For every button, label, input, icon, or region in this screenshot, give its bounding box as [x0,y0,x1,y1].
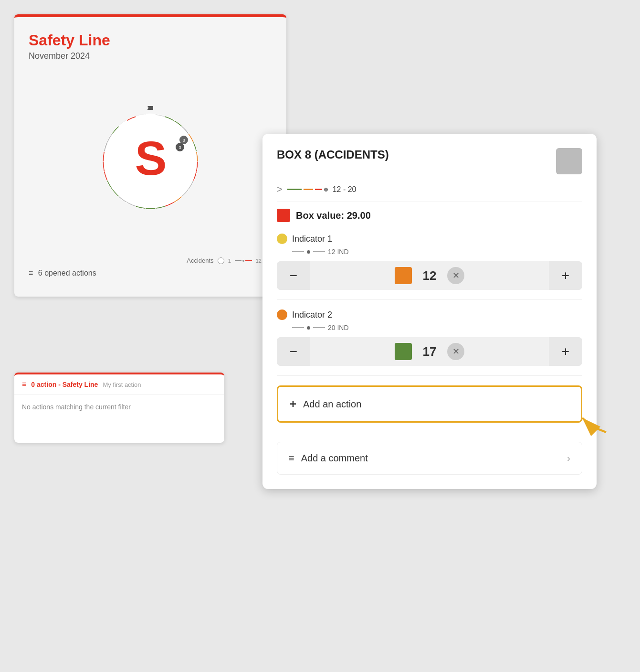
indicator-2-section: Indicator 2 20 IND − 17 ✕ + [277,309,582,376]
no-actions-text: No actions matching the current filter [22,403,131,411]
ind-dot-1 [307,250,310,254]
indicator-1-minus-btn[interactable]: − [277,261,310,290]
actions-card-subtitle: My first action [103,381,141,388]
svg-text:3: 3 [182,138,185,143]
ind-dot-2 [307,326,310,330]
opened-actions: ≡ 6 opened actions [29,269,272,277]
range-dash-red [315,189,322,190]
arrow-annotation [554,399,611,437]
add-action-label: Add an action [303,399,361,410]
indicator-2-name: Indicator 2 [292,310,332,320]
indicator-1-header: Indicator 1 [277,234,582,244]
indicator-1-range-text: 12 IND [328,248,349,256]
legend-label: Accidents [187,257,213,264]
add-action-btn[interactable]: + Add an action [277,385,582,423]
add-comment-row[interactable]: ≡ Add a comment › [277,442,582,475]
list-icon: ≡ [29,269,33,277]
box-panel: BOX 8 (ACCIDENTS) > 12 - 20 Box value: 2… [262,134,597,489]
radial-chart: S 29 30 1 [60,71,241,252]
svg-text:3: 3 [178,145,181,150]
chart-legend-row: Accidents 1 12 - 20 [29,257,272,264]
indicator-1-stepper: − 12 ✕ + [277,261,582,290]
indicator-2-stepper: − 17 ✕ + [277,337,582,366]
app-title: Safety Line [29,32,272,49]
add-action-container: + Add an action [277,385,582,423]
range-arrow-icon: > [277,184,283,195]
indicator-2-range: 20 IND [277,324,582,331]
indicator-1-plus-btn[interactable]: + [549,261,582,290]
indicator-2-minus-btn[interactable]: − [277,337,310,366]
indicator-2-header: Indicator 2 [277,309,582,320]
box-color-swatch [556,148,582,174]
svg-text:28: 28 [147,105,153,111]
indicator-1-value: 12 [418,268,441,283]
app-subtitle: November 2024 [29,51,272,61]
range-dash-green [287,189,302,190]
indicator-1-range: 12 IND [277,248,582,256]
indicator-1-clear-btn[interactable]: ✕ [447,267,464,284]
range-text: 12 - 20 [333,185,357,194]
indicator-2-value: 17 [418,344,441,359]
range-dash-orange [304,189,313,190]
range-indicator-row: > 12 - 20 [277,184,582,202]
actions-card-header: ≡ 0 action - Safety Line My first action [14,374,224,395]
safety-line-card: Safety Line November 2024 S 29 [14,14,286,297]
actions-card-body: No actions matching the current filter [14,395,224,443]
indicator-2-color-box [395,343,412,360]
chevron-right-icon: › [567,453,570,464]
indicator-2-dot [277,309,287,320]
indicator-1-color-box [395,267,412,284]
legend-circle [218,257,224,264]
indicator-1-name: Indicator 1 [292,234,332,244]
ind-dash-2b [313,327,325,328]
ind-dash-1 [292,251,304,252]
indicator-2-clear-btn[interactable]: ✕ [447,343,464,360]
ind-dash-1b [313,251,325,252]
range-line [287,188,328,192]
indicator-1-section: Indicator 1 12 IND − 12 ✕ + [277,234,582,300]
radial-chart-container: S 29 30 1 [29,71,272,252]
comment-lines-icon: ≡ [289,453,294,464]
indicator-2-range-text: 20 IND [328,324,349,331]
stepper-1-middle: 12 ✕ [310,267,549,284]
add-comment-label: Add a comment [301,453,368,464]
stepper-2-middle: 17 ✕ [310,343,549,360]
value-color-square [277,209,290,222]
add-action-plus-icon: + [290,397,296,411]
box-title: BOX 8 (ACCIDENTS) [277,148,389,161]
svg-text:S: S [135,131,166,185]
box-value-text: Box value: 29.00 [296,210,371,221]
legend-line [235,260,252,262]
indicator-1-dot [277,234,287,244]
indicator-2-plus-btn[interactable]: + [549,337,582,366]
range-dot [324,188,328,192]
box-value-row: Box value: 29.00 [277,209,582,222]
ind-dash-2 [292,327,304,328]
actions-card: ≡ 0 action - Safety Line My first action… [14,373,224,443]
actions-list-icon: ≡ [22,380,26,389]
actions-card-title: 0 action - Safety Line [31,381,98,388]
comment-left: ≡ Add a comment [289,453,368,464]
box-panel-header: BOX 8 (ACCIDENTS) [277,148,582,174]
legend-number: 1 [228,258,231,264]
